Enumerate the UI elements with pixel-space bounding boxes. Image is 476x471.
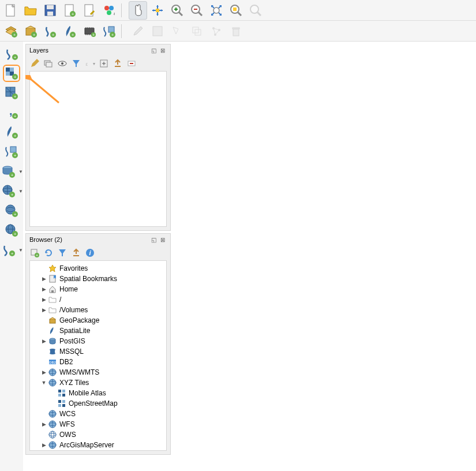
- move-feature-button[interactable]: [188, 22, 206, 40]
- layout-manager-button[interactable]: [80, 1, 99, 20]
- save-project-button[interactable]: [41, 1, 59, 20]
- add-vector-layer-button[interactable]: +: [3, 45, 20, 62]
- open-data-source-button[interactable]: +: [2, 22, 20, 40]
- tree-item[interactable]: ▶WFS: [31, 419, 165, 429]
- node-tool-button[interactable]: [207, 22, 226, 40]
- filter-legend-button[interactable]: [71, 58, 81, 69]
- zoom-layer-button[interactable]: [246, 1, 265, 20]
- dropdown-arrow-icon[interactable]: ▼: [18, 248, 23, 253]
- tree-item[interactable]: MSSQL: [31, 346, 165, 357]
- add-wfs-button[interactable]: +: [0, 241, 17, 259]
- tile-icon: [57, 388, 67, 398]
- add-raster-layer-button[interactable]: +: [3, 65, 20, 82]
- new-project-button[interactable]: [2, 1, 20, 20]
- pan-to-selection-button[interactable]: [148, 1, 167, 20]
- zoom-out-button[interactable]: [188, 1, 206, 20]
- caret-icon[interactable]: ▶: [40, 297, 47, 302]
- new-virtual-button[interactable]: +: [100, 22, 118, 40]
- dropdown-arrow-icon[interactable]: ▼: [18, 189, 23, 194]
- add-wcs-button[interactable]: +: [3, 222, 20, 239]
- add-spatialite-button[interactable]: +: [3, 124, 20, 141]
- layers-list[interactable]: [29, 71, 167, 227]
- add-delimited-text-button[interactable]: ,+: [3, 104, 20, 121]
- new-memory-button[interactable]: +: [80, 22, 99, 40]
- svg-rect-132: [62, 400, 65, 403]
- close-icon[interactable]: ⊠: [159, 46, 167, 54]
- open-project-button[interactable]: [21, 1, 40, 20]
- refresh-button[interactable]: [43, 248, 54, 258]
- tree-item[interactable]: OWS: [31, 429, 165, 440]
- svg-point-11: [107, 10, 111, 15]
- add-group-button[interactable]: [43, 58, 54, 69]
- pan-button[interactable]: [129, 1, 147, 20]
- filter-button[interactable]: [57, 248, 68, 258]
- tree-item[interactable]: GeoPackage: [31, 315, 165, 326]
- manage-visibility-button[interactable]: [57, 58, 68, 69]
- caret-icon[interactable]: ▶: [40, 276, 47, 282]
- zoom-in-button[interactable]: [168, 1, 186, 20]
- tree-item[interactable]: ▶Spatial Bookmarks: [31, 274, 165, 284]
- collapse-all-button[interactable]: [71, 248, 81, 258]
- svg-rect-49: [108, 27, 114, 32]
- add-virtual-layer-button[interactable]: +: [3, 143, 20, 160]
- add-feature-button[interactable]: [168, 22, 186, 40]
- svg-rect-53: [193, 27, 198, 33]
- new-shapefile-button[interactable]: +: [41, 22, 59, 40]
- tree-item[interactable]: DB2DB2: [31, 357, 165, 367]
- caret-icon[interactable]: ▶: [40, 442, 47, 448]
- zoom-selection-button[interactable]: [227, 1, 245, 20]
- tree-item[interactable]: ▶PostGIS: [31, 336, 165, 346]
- tree-item[interactable]: ▼XYZ Tiles: [31, 377, 165, 388]
- toggle-editing-button[interactable]: [129, 22, 147, 40]
- tree-item[interactable]: Mobile Atlas: [31, 388, 165, 398]
- caret-icon[interactable]: ▼: [40, 380, 47, 386]
- new-geopackage-button[interactable]: +: [21, 22, 40, 40]
- remove-layer-button[interactable]: [126, 58, 137, 69]
- style-manager-button[interactable]: a: [100, 1, 118, 20]
- caret-icon[interactable]: ▶: [40, 286, 47, 292]
- tree-item[interactable]: Favorites: [31, 263, 165, 274]
- svg-point-141: [49, 431, 56, 438]
- collapse-all-button[interactable]: [113, 58, 123, 69]
- mssql-icon: [47, 347, 58, 356]
- close-icon[interactable]: ⊠: [159, 235, 167, 244]
- tree-item[interactable]: ▶ArcGisFeatureServer: [31, 450, 165, 451]
- dropdown-arrow-icon[interactable]: ▼: [18, 169, 23, 174]
- tree-item[interactable]: ▶ArcGisMapServer: [31, 440, 165, 450]
- caret-icon[interactable]: ▶: [40, 307, 47, 313]
- delete-selected-button[interactable]: [227, 22, 245, 40]
- map-canvas[interactable]: [171, 42, 476, 471]
- tree-item-label: OWS: [59, 431, 76, 439]
- open-layer-styling-button[interactable]: [29, 58, 40, 69]
- undock-icon[interactable]: ◱: [149, 46, 158, 54]
- add-selected-button[interactable]: +: [29, 248, 40, 258]
- tree-item[interactable]: SpatiaLite: [31, 326, 165, 336]
- filter-expression-button[interactable]: ε▾: [85, 58, 95, 69]
- add-postgis-button[interactable]: +: [0, 163, 17, 180]
- tile-icon: [57, 399, 67, 408]
- caret-icon[interactable]: ▶: [40, 421, 47, 427]
- tree-item[interactable]: ▶/: [31, 294, 165, 305]
- add-wms-button[interactable]: +: [0, 182, 17, 200]
- star-icon: [47, 264, 58, 273]
- caret-icon[interactable]: ▶: [40, 369, 47, 375]
- add-mesh-layer-button[interactable]: +: [3, 84, 20, 102]
- tree-item[interactable]: WCS: [31, 409, 165, 419]
- properties-button[interactable]: i: [85, 248, 95, 258]
- new-spatialite-button[interactable]: +: [61, 22, 79, 40]
- new-print-layout-button[interactable]: +: [61, 1, 79, 20]
- tree-item[interactable]: OpenStreetMap: [31, 398, 165, 409]
- caret-icon[interactable]: ▶: [40, 338, 47, 344]
- save-edits-button[interactable]: [148, 22, 167, 40]
- tree-item[interactable]: ▶WMS/WMTS: [31, 367, 165, 377]
- browser-tree[interactable]: Favorites▶Spatial Bookmarks▶Home▶/▶/Volu…: [29, 260, 167, 451]
- undock-icon[interactable]: ◱: [149, 235, 158, 244]
- expand-all-button[interactable]: [99, 58, 109, 69]
- svg-text:+: +: [14, 133, 17, 139]
- svg-rect-59: [233, 28, 239, 29]
- tree-item[interactable]: ▶Home: [31, 284, 165, 294]
- svg-rect-24: [233, 8, 237, 11]
- add-arcgis-map-button[interactable]: +: [3, 202, 20, 219]
- zoom-full-button[interactable]: [207, 1, 226, 20]
- tree-item[interactable]: ▶/Volumes: [31, 305, 165, 315]
